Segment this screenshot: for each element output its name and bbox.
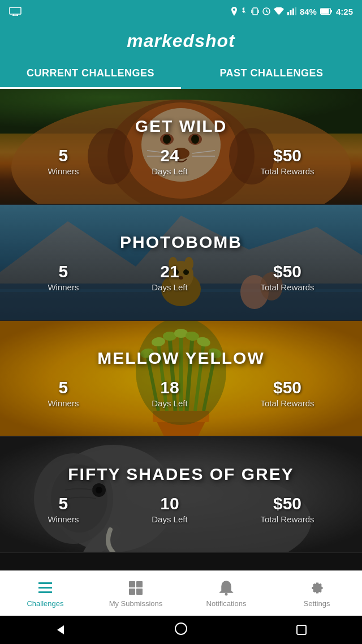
svg-rect-0 [10,7,21,14]
challenge-card-photobomb[interactable]: PHOTOBOMB 5 Winners 21 Days Left $50 Tot… [0,205,362,321]
nav-label-submissions: My Submissions [109,599,163,608]
bottom-nav: Challenges My Submissions Notifications [0,570,362,616]
svg-rect-77 [38,591,41,593]
status-bar-left [9,7,21,16]
svg-rect-12 [292,8,294,15]
svg-point-83 [225,593,228,596]
status-bar-right: 84% 4:25 [231,7,353,16]
stat-label-rewards-2: Total Rewards [261,282,314,292]
stat-winners-photobomb: 5 Winners [48,262,79,292]
challenge-card-mellow-yellow[interactable]: MELLOW YELLOW 5 Winners 18 Days Left $50… [0,321,362,437]
nav-label-challenges: Challenges [27,599,63,608]
stat-value-winners-3: 5 [59,378,68,397]
stat-value-rewards-2: $50 [273,262,301,281]
stat-label-days-4: Days Left [152,514,187,524]
svg-rect-82 [136,589,143,595]
challenge-title-mellow-yellow: MELLOW YELLOW [97,349,264,368]
stat-label-rewards: Total Rewards [261,166,314,176]
stat-winners-mellow: 5 Winners [48,378,79,408]
stat-value-winners-2: 5 [59,262,68,281]
stat-value-days-2: 21 [160,262,179,281]
stat-value-days-4: 10 [160,494,179,513]
challenge-title-get-wild: GET WILD [135,117,227,136]
app-header: markedshot CURRENT CHALLENGES PAST CHALL… [0,23,362,89]
battery-percentage: 84% [300,7,317,16]
home-button[interactable] [170,619,192,641]
stat-value-winners-4: 5 [59,494,68,513]
stat-value-days-3: 18 [160,378,179,397]
nav-item-submissions[interactable]: My Submissions [90,579,181,608]
svg-rect-80 [136,581,143,587]
status-bar: 84% 4:25 [0,0,362,23]
stat-days-mellow: 18 Days Left [152,378,187,408]
stat-days-grey: 10 Days Left [152,494,187,524]
stat-label-winners-3: Winners [48,398,79,408]
svg-rect-79 [129,581,135,587]
svg-rect-10 [287,12,289,15]
challenge-card-fifty-shades[interactable]: FIFTY SHADES OF GREY 5 Winners 10 Days L… [0,437,362,553]
back-button[interactable] [49,619,72,641]
stat-value-rewards-4: $50 [273,494,301,513]
svg-rect-74 [42,582,52,584]
stat-label-winners-2: Winners [48,282,79,292]
challenge-title-photobomb: PHOTOBOMB [120,233,242,252]
svg-line-9 [266,11,268,12]
svg-rect-76 [42,587,52,589]
nav-label-settings: Settings [304,599,330,608]
nav-item-notifications[interactable]: Notifications [181,579,272,608]
stat-rewards-get-wild: $50 Total Rewards [261,146,314,176]
stat-label-winners: Winners [48,166,79,176]
stat-label-days: Days Left [152,166,187,176]
svg-rect-11 [290,10,291,15]
stat-label-rewards-3: Total Rewards [261,398,314,408]
nav-label-notifications: Notifications [206,599,247,608]
svg-rect-86 [297,625,306,634]
stat-winners-get-wild: 5 Winners [48,146,79,176]
stat-rewards-mellow: $50 Total Rewards [261,378,314,408]
svg-rect-4 [253,8,257,15]
svg-rect-15 [321,9,329,14]
challenge-stats-fifty-shades: 5 Winners 10 Days Left $50 Total Rewards [0,494,362,524]
stat-days-photobomb: 21 Days Left [152,262,187,292]
stat-label-rewards-4: Total Rewards [261,514,314,524]
stat-label-days-2: Days Left [152,282,187,292]
stat-days-get-wild: 24 Days Left [152,146,187,176]
status-time: 4:25 [336,7,353,16]
nav-item-challenges[interactable]: Challenges [0,579,90,608]
challenge-title-fifty-shades: FIFTY SHADES OF GREY [68,465,294,484]
stat-rewards-grey: $50 Total Rewards [261,494,314,524]
challenge-stats-mellow-yellow: 5 Winners 18 Days Left $50 Total Rewards [0,378,362,408]
android-nav-bar [0,616,362,644]
stat-value-rewards: $50 [273,146,301,165]
challenge-card-get-wild[interactable]: GET WILD 5 Winners 24 Days Left $50 Tota… [0,89,362,205]
stat-value-winners: 5 [59,146,68,165]
svg-point-85 [175,623,187,634]
svg-rect-13 [295,7,296,15]
grid-icon [127,579,145,597]
svg-marker-84 [57,625,64,634]
stat-label-days-3: Days Left [152,398,187,408]
tab-bar: CURRENT CHALLENGES PAST CHALLENGES [0,59,362,89]
challenges-list: GET WILD 5 Winners 24 Days Left $50 Tota… [0,89,362,587]
svg-rect-75 [38,587,41,589]
recents-button[interactable] [290,619,313,641]
tab-past-challenges[interactable]: PAST CHALLENGES [181,59,362,89]
stat-value-rewards-3: $50 [273,378,301,397]
gear-icon [308,579,326,597]
svg-rect-78 [42,591,52,593]
svg-rect-73 [38,582,41,584]
tab-current-challenges[interactable]: CURRENT CHALLENGES [0,59,181,89]
challenge-stats-photobomb: 5 Winners 21 Days Left $50 Total Rewards [0,262,362,292]
stat-value-days: 24 [160,146,179,165]
stat-label-winners-4: Winners [48,514,79,524]
bell-icon [217,579,235,597]
nav-item-settings[interactable]: Settings [272,579,362,608]
stat-winners-grey: 5 Winners [48,494,79,524]
challenge-stats-get-wild: 5 Winners 24 Days Left $50 Total Rewards [0,146,362,176]
svg-rect-81 [129,589,135,595]
stat-rewards-photobomb: $50 Total Rewards [261,262,314,292]
app-title: markedshot [0,31,362,59]
list-icon [36,579,54,597]
